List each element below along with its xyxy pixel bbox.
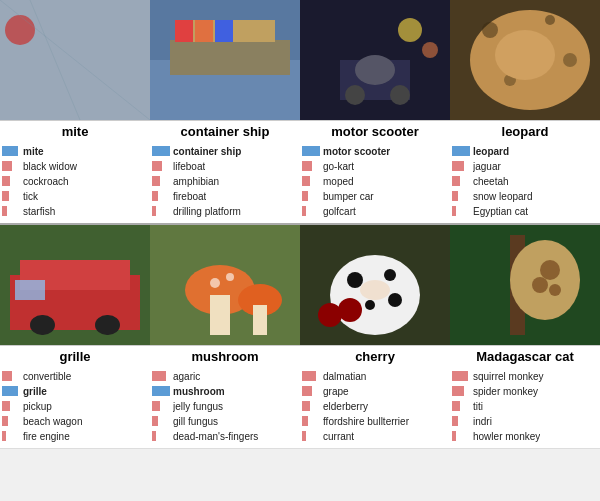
prediction-label: container ship [173,146,241,157]
prediction-item: convertible [2,369,148,383]
prediction-label: fire engine [23,431,70,442]
bar-container [152,416,170,426]
bar-container [302,191,320,201]
svg-point-41 [384,269,396,281]
prediction-label: moped [323,176,354,187]
label-grille: grille [0,345,150,367]
bar-container [302,401,320,411]
svg-point-42 [365,300,375,310]
image-leopard [450,0,600,120]
predictions-cherry: dalmatiangrapeelderberryffordshire bullt… [300,367,450,449]
svg-point-40 [347,272,363,288]
prediction-item: amphibian [152,174,298,188]
prediction-bar-incorrect [452,386,464,396]
main-grid: mitecontainer shipmotor scooterleopardmi… [0,0,600,449]
prediction-bar-incorrect [452,176,460,186]
svg-rect-10 [215,20,233,42]
predictions-container-ship: container shiplifeboatamphibianfireboatd… [150,142,300,225]
predictions-mushroom: agaricmushroomjelly fungusgill fungusdea… [150,367,300,449]
prediction-item: tick [2,189,148,203]
prediction-item: motor scooter [302,144,448,158]
prediction-bar-incorrect [2,371,12,381]
prediction-item: indri [452,414,598,428]
bar-container [152,431,170,441]
svg-point-20 [482,22,498,38]
prediction-item: snow leopard [452,189,598,203]
prediction-bar-incorrect [302,431,306,441]
image-madagascar-cat [450,225,600,345]
image-mushroom [150,225,300,345]
prediction-bar-incorrect [2,161,12,171]
svg-rect-30 [15,280,45,300]
label-motor-scooter: motor scooter [300,120,450,142]
prediction-item: dalmatian [302,369,448,383]
prediction-item: grille [2,384,148,398]
prediction-bar-incorrect [452,206,456,216]
prediction-item: fire engine [2,429,148,443]
prediction-item: mushroom [152,384,298,398]
bar-container [452,386,470,396]
label-madagascar-cat: Madagascar cat [450,345,600,367]
prediction-bar-incorrect [152,191,158,201]
prediction-label: currant [323,431,354,442]
prediction-label: lifeboat [173,161,205,172]
prediction-label: elderberry [323,401,368,412]
bar-container [302,146,320,156]
bar-container [302,206,320,216]
prediction-item: cheetah [452,174,598,188]
prediction-bar-incorrect [302,191,308,201]
svg-rect-29 [95,315,120,335]
prediction-item: beach wagon [2,414,148,428]
prediction-bar-incorrect [452,371,468,381]
prediction-item: gill fungus [152,414,298,428]
prediction-item: squirrel monkey [452,369,598,383]
prediction-label: squirrel monkey [473,371,544,382]
image-cherry [300,225,450,345]
bar-container [452,401,470,411]
prediction-item: titi [452,399,598,413]
bar-container [302,386,320,396]
prediction-bar-incorrect [152,416,158,426]
prediction-label: convertible [23,371,71,382]
bar-container [302,161,320,171]
prediction-item: ffordshire bullterrier [302,414,448,428]
bar-container [452,191,470,201]
prediction-label: leopard [473,146,509,157]
label-leopard: leopard [450,120,600,142]
prediction-label: fireboat [173,191,206,202]
prediction-item: elderberry [302,399,448,413]
prediction-label: cockroach [23,176,69,187]
prediction-item: container ship [152,144,298,158]
prediction-bar-incorrect [452,191,458,201]
svg-point-22 [563,53,577,67]
prediction-bar-incorrect [452,161,464,171]
prediction-label: snow leopard [473,191,532,202]
prediction-item: Egyptian cat [452,204,598,218]
svg-point-51 [532,277,548,293]
label-mushroom: mushroom [150,345,300,367]
bar-container [2,371,20,381]
prediction-bar-correct [452,146,470,156]
bar-container [152,386,170,396]
prediction-bar-incorrect [302,161,312,171]
predictions-leopard: leopardjaguarcheetahsnow leopardEgyptian… [450,142,600,225]
prediction-bar-incorrect [152,371,166,381]
prediction-bar-incorrect [152,176,160,186]
prediction-label: Egyptian cat [473,206,528,217]
svg-point-52 [549,284,561,296]
prediction-bar-incorrect [152,401,160,411]
bar-container [2,401,20,411]
prediction-label: amphibian [173,176,219,187]
bar-container [452,161,470,171]
prediction-bar-correct [152,146,170,156]
svg-point-15 [345,85,365,105]
prediction-item: jaguar [452,159,598,173]
prediction-bar-incorrect [302,416,308,426]
prediction-item: bumper car [302,189,448,203]
svg-point-37 [226,273,234,281]
prediction-item: howler monkey [452,429,598,443]
prediction-label: ffordshire bullterrier [323,416,409,427]
prediction-item: starfish [2,204,148,218]
bar-container [152,371,170,381]
bar-container [152,176,170,186]
